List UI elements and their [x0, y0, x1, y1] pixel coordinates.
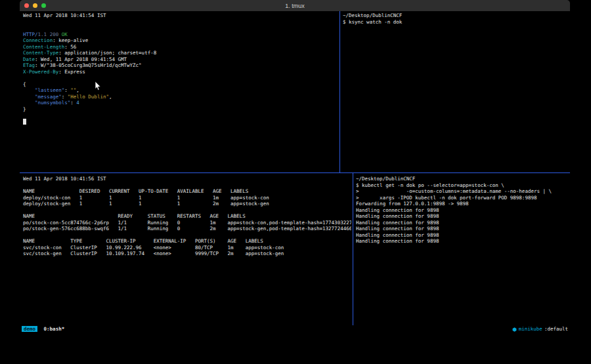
terminal-line	[23, 25, 338, 31]
pane-divider-vertical-bottom[interactable]	[353, 173, 353, 325]
terminal-line: Wed 11 Apr 2018 10:41:54 IST	[23, 12, 338, 19]
terminal-line: Handling connection for 9898	[356, 213, 569, 220]
terminal-line: Wed 11 Apr 2018 10:41:56 IST	[23, 176, 351, 182]
kube-namespace: :default	[544, 325, 568, 333]
terminal-line: po/stock-con-5cc874766c-2p6rp 1/1 Runnin…	[23, 220, 351, 226]
terminal-line: > -o=custom-columns=:metadata.name --no-…	[356, 188, 569, 195]
terminal-line: > xargs -IPOD kubectl -n dok port-forwar…	[356, 195, 569, 201]
terminal-line: Content-Length: 56	[23, 44, 338, 51]
terminal-line: ~/Desktop/DublinCNCF	[356, 176, 569, 182]
close-button[interactable]	[24, 3, 29, 8]
terminal-line	[23, 19, 338, 26]
traffic-lights	[24, 0, 46, 11]
terminal-line: Content-Type: application/json; charset=…	[23, 50, 338, 56]
hexagon-icon	[512, 327, 517, 332]
terminal-line: Forwarding from 127.0.0.1:9898 -> 9898	[356, 201, 569, 207]
terminal-line: HTTP/1.1 200 OK	[23, 31, 338, 38]
terminal-line	[23, 119, 338, 125]
terminal-line: Handling connection for 9898	[356, 207, 569, 214]
terminal-line: }	[23, 106, 338, 113]
mouse-cursor	[95, 81, 101, 91]
pane-kubectl-resources[interactable]: Wed 11 Apr 2018 10:41:56 IST NAME DESIRE…	[23, 176, 351, 325]
status-left: demo 0:bash*	[22, 325, 64, 333]
terminal-line: Handling connection for 9898	[356, 232, 569, 239]
terminal-line: Handling connection for 9898	[356, 226, 569, 232]
terminal-line	[23, 112, 338, 119]
titlebar[interactable]: 1. tmux	[20, 0, 570, 11]
minimize-button[interactable]	[33, 3, 37, 8]
terminal-line	[23, 75, 338, 81]
session-name-badge[interactable]: demo	[22, 326, 37, 332]
terminal-line: NAME READY STATUS RESTARTS AGE LABELS	[23, 213, 351, 220]
terminal-line: ETag: W/"38-05coCsrg3mQ75sHr1d/qcMTwYZc"	[23, 62, 338, 69]
terminal-line: NAME DESIRED CURRENT UP-TO-DATE AVAILABL…	[23, 188, 351, 195]
terminal-line: NAME TYPE CLUSTER-IP EXTERNAL-IP PORT(S)…	[23, 238, 351, 245]
tmux-status-bar: demo 0:bash* minikube:default	[20, 325, 570, 333]
pane-http-response[interactable]: Wed 11 Apr 2018 10:41:54 IST HTTP/1.1 20…	[23, 12, 338, 172]
terminal-line: {	[23, 81, 338, 88]
terminal-line: "numsymbols": 4	[23, 100, 338, 106]
window-label[interactable]: 0:bash*	[44, 326, 65, 332]
terminal-line: po/stock-gen-576cc688bb-swqf6 1/1 Runnin…	[23, 226, 351, 232]
terminal-line	[23, 232, 351, 239]
terminal-line	[23, 207, 351, 214]
terminal-line: X-Powered-By: Express	[23, 69, 338, 75]
terminal-line: "message": "Hello Dublin",	[23, 94, 338, 100]
terminal-line: Connection: keep-alive	[23, 37, 338, 44]
terminal-line: $ ksync watch -n dok	[343, 19, 569, 26]
terminal-line: deploy/stock-con 1 1 1 1 1m app=stock-co…	[23, 195, 351, 201]
pane-divider-horizontal[interactable]	[20, 172, 570, 173]
window-title: 1. tmux	[20, 3, 570, 9]
pane-divider-vertical-top[interactable]	[339, 11, 340, 172]
terminal-window: 1. tmux Wed 11 Apr 2018 10:41:54 IST HTT…	[20, 0, 570, 333]
status-right: minikube:default	[512, 325, 568, 333]
desktop: 1. tmux Wed 11 Apr 2018 10:41:54 IST HTT…	[0, 0, 591, 364]
terminal-line: "lastseen": "",	[23, 87, 338, 94]
terminal-line: svc/stock-con ClusterIP 10.99.222.96 <no…	[23, 245, 351, 251]
terminal-line: deploy/stock-gen 1 1 1 1 2m app=stock-ge…	[23, 201, 351, 207]
terminal-line: Handling connection for 9898	[356, 238, 569, 245]
terminal-line: Date: Wed, 11 Apr 2018 09:41:54 GMT	[23, 56, 338, 63]
kube-context: minikube	[519, 325, 542, 333]
pane-port-forward[interactable]: ~/Desktop/DublinCNCF$ kubectl get -n dok…	[356, 176, 569, 325]
terminal-line: Handling connection for 9898	[356, 220, 569, 226]
terminal-line	[23, 182, 351, 189]
zoom-button[interactable]	[41, 3, 46, 8]
pane-ksync[interactable]: ~/Desktop/DublinCNCF$ ksync watch -n dok	[343, 12, 569, 172]
terminal-line: svc/stock-gen ClusterIP 10.109.197.74 <n…	[23, 251, 351, 257]
terminal-line: $ kubectl get -n dok po --selector=app=s…	[356, 182, 569, 189]
terminal-line: ~/Desktop/DublinCNCF	[343, 12, 569, 19]
